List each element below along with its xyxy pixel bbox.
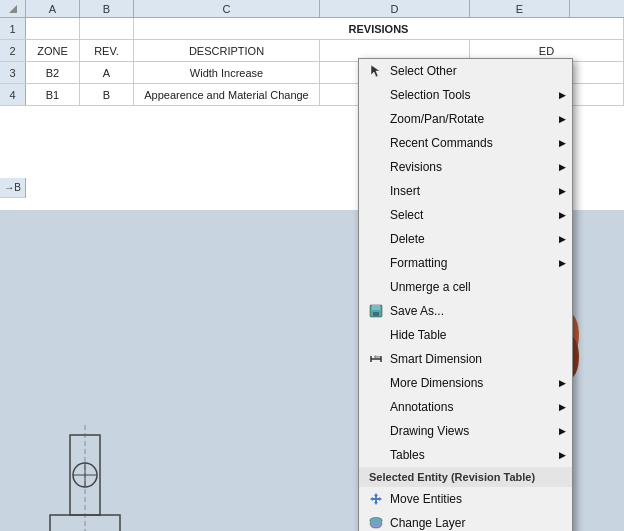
cell-1a[interactable] <box>26 18 80 39</box>
context-menu: Select Other Selection Tools Zoom/Pan/Ro… <box>358 58 573 531</box>
cell-1b[interactable] <box>80 18 134 39</box>
menu-item-zoom-pan-rotate[interactable]: Zoom/Pan/Rotate <box>359 107 572 131</box>
cell-3b[interactable]: A <box>80 62 134 83</box>
row-num-1: 1 <box>0 18 26 39</box>
menu-item-insert[interactable]: Insert <box>359 179 572 203</box>
row-num-4: 4 <box>0 84 26 105</box>
revisions-icon <box>367 158 385 176</box>
menu-item-annotations[interactable]: Annotations <box>359 395 572 419</box>
menu-item-more-dimensions[interactable]: More Dimensions <box>359 371 572 395</box>
menu-item-move-entities[interactable]: Move Entities <box>359 487 572 511</box>
more-dimensions-icon <box>367 374 385 392</box>
cell-4a[interactable]: B1 <box>26 84 80 105</box>
cell-3a[interactable]: B2 <box>26 62 80 83</box>
insert-icon <box>367 182 385 200</box>
svg-marker-28 <box>371 65 380 77</box>
menu-item-selection-tools[interactable]: Selection Tools <box>359 83 572 107</box>
smart-dimension-icon: dim <box>367 350 385 368</box>
col-headers: A B C D E <box>0 0 624 18</box>
cursor-icon <box>367 62 385 80</box>
col-header-a[interactable]: A <box>26 0 80 17</box>
menu-item-revisions[interactable]: Revisions <box>359 155 572 179</box>
row-arrow-indicator: →B <box>0 178 26 198</box>
select-icon <box>367 206 385 224</box>
col-header-b[interactable]: B <box>80 0 134 17</box>
menu-item-drawing-views[interactable]: Drawing Views <box>359 419 572 443</box>
row-num-2: 2 <box>0 40 26 61</box>
hide-table-icon <box>367 326 385 344</box>
formatting-icon <box>367 254 385 272</box>
cell-4c[interactable]: Appearence and Material Change <box>134 84 320 105</box>
technical-drawing <box>20 425 150 531</box>
annotations-icon <box>367 398 385 416</box>
corner-icon <box>7 3 19 15</box>
menu-item-formatting[interactable]: Formatting <box>359 251 572 275</box>
cell-2c[interactable]: DESCRIPTION <box>134 40 320 61</box>
col-header-c[interactable]: C <box>134 0 320 17</box>
cell-2a[interactable]: ZONE <box>26 40 80 61</box>
recent-icon <box>367 134 385 152</box>
move-entities-icon <box>367 490 385 508</box>
row-num-3: 3 <box>0 62 26 83</box>
unmerge-icon <box>367 278 385 296</box>
cell-2b[interactable]: REV. <box>80 40 134 61</box>
svg-rect-30 <box>372 305 380 310</box>
delete-icon <box>367 230 385 248</box>
col-header-e[interactable]: E <box>470 0 570 17</box>
menu-section-header: Selected Entity (Revision Table) <box>359 467 572 487</box>
menu-item-select-other[interactable]: Select Other <box>359 59 572 83</box>
drawing-area <box>0 210 370 531</box>
drawing-views-icon <box>367 422 385 440</box>
cell-4b[interactable]: B <box>80 84 134 105</box>
col-header-d[interactable]: D <box>320 0 470 17</box>
change-layer-icon <box>367 514 385 531</box>
menu-item-smart-dimension[interactable]: dim Smart Dimension <box>359 347 572 371</box>
cell-3c[interactable]: Width Increase <box>134 62 320 83</box>
menu-item-change-layer[interactable]: Change Layer <box>359 511 572 531</box>
menu-item-select[interactable]: Select <box>359 203 572 227</box>
menu-item-delete[interactable]: Delete <box>359 227 572 251</box>
sheet-row-1: 1 REVISIONS <box>0 18 624 40</box>
save-icon <box>367 302 385 320</box>
menu-item-recent-commands[interactable]: Recent Commands <box>359 131 572 155</box>
cell-1c-title[interactable]: REVISIONS <box>134 18 624 39</box>
svg-text:dim: dim <box>374 354 381 359</box>
svg-rect-31 <box>373 312 379 316</box>
menu-item-hide-table[interactable]: Hide Table <box>359 323 572 347</box>
tables-icon <box>367 446 385 464</box>
selection-tools-icon <box>367 86 385 104</box>
corner-cell <box>0 0 26 17</box>
menu-item-save-as[interactable]: Save As... <box>359 299 572 323</box>
zoom-icon <box>367 110 385 128</box>
menu-item-tables[interactable]: Tables <box>359 443 572 467</box>
menu-item-unmerge-cell[interactable]: Unmerge a cell <box>359 275 572 299</box>
